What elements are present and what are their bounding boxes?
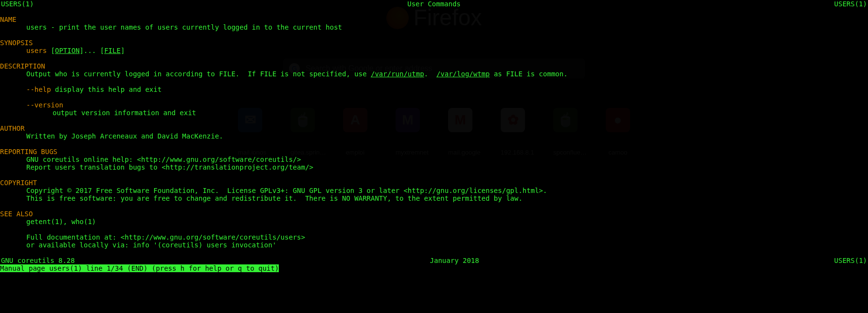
- section-bugs-header: REPORTING BUGS: [0, 148, 868, 156]
- bugs-line-1: GNU coreutils online help: <http://www.g…: [0, 156, 868, 163]
- copyright-line-1: Copyright © 2017 Free Software Foundatio…: [0, 187, 868, 194]
- option-version-flag: --version: [0, 101, 868, 109]
- header-center: User Commands: [407, 0, 461, 8]
- section-name-header: NAME: [0, 16, 868, 23]
- section-author-header: AUTHOR: [0, 124, 868, 132]
- footer-left: GNU coreutils 8.28: [1, 257, 75, 264]
- copyright-line-2: This is free software: you are free to c…: [0, 194, 868, 202]
- terminal-manpage[interactable]: USERS(1) User Commands USERS(1) NAME use…: [0, 0, 868, 313]
- footer-right: USERS(1): [834, 257, 867, 264]
- manpage-footer-row: GNU coreutils 8.28 January 2018 USERS(1): [0, 257, 868, 264]
- option-version-text: output version information and exit: [0, 109, 868, 117]
- section-description-header: DESCRIPTION: [0, 62, 868, 70]
- header-left: USERS(1): [1, 0, 34, 8]
- description-line-1: Output who is currently logged in accord…: [0, 70, 868, 78]
- footer-center: January 2018: [430, 257, 479, 264]
- seealso-line-3: or available locally via: info '(coreuti…: [0, 241, 868, 249]
- bugs-line-2: Report users translation bugs to <http:/…: [0, 163, 868, 171]
- section-seealso-header: SEE ALSO: [0, 210, 868, 218]
- option-help: --help display this help and exit: [0, 86, 868, 93]
- section-copyright-header: COPYRIGHT: [0, 179, 868, 187]
- header-right: USERS(1): [834, 0, 867, 8]
- section-name-body: users - print the user names of users cu…: [0, 23, 868, 31]
- section-synopsis-header: SYNOPSIS: [0, 39, 868, 47]
- seealso-line-1: getent(1), who(1): [0, 218, 868, 226]
- pager-status-line[interactable]: Manual page users(1) line 1/34 (END) (pr…: [0, 264, 868, 272]
- seealso-line-2: Full documentation at: <http://www.gnu.o…: [0, 233, 868, 241]
- manpage-header-row: USERS(1) User Commands USERS(1): [0, 0, 868, 8]
- section-synopsis-body: users [OPTION]... [FILE]: [0, 47, 868, 54]
- author-body: Written by Joseph Arceneaux and David Ma…: [0, 132, 868, 140]
